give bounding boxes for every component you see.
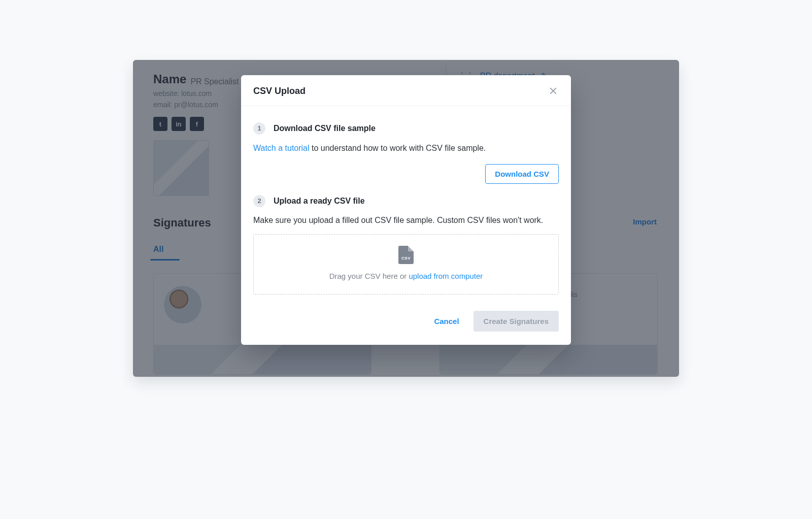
close-icon[interactable] xyxy=(548,85,559,96)
step-description: Make sure you upload a filled out CSV fi… xyxy=(253,214,559,227)
step-number-badge: 2 xyxy=(253,195,265,207)
step-description-text: to understand how to work with CSV file … xyxy=(310,144,486,152)
csv-badge-label: CSV xyxy=(398,255,414,262)
step-number-badge: 1 xyxy=(253,122,265,135)
drag-text: Drag your CSV here or xyxy=(329,272,409,280)
create-signatures-button[interactable]: Create Signatures xyxy=(473,311,559,332)
step-title: Upload a ready CSV file xyxy=(274,195,365,208)
step-2: 2 Upload a ready CSV file Make sure you … xyxy=(253,184,559,295)
step-title: Download CSV file sample xyxy=(274,122,376,135)
csv-file-icon: CSV xyxy=(398,246,414,264)
csv-upload-modal: CSV Upload 1 Download CSV file sample Wa… xyxy=(241,75,571,345)
modal-title: CSV Upload xyxy=(253,86,306,96)
step-1: 1 Download CSV file sample Watch a tutor… xyxy=(253,111,559,184)
upload-from-computer-link[interactable]: upload from computer xyxy=(409,272,483,280)
cancel-button[interactable]: Cancel xyxy=(431,312,462,331)
step-description: Watch a tutorial to understand how to wo… xyxy=(253,142,559,155)
app-window: Name PR Specialist at Lotus Ltd website:… xyxy=(133,60,679,377)
dropzone-text: Drag your CSV here or upload from comput… xyxy=(259,270,553,282)
watch-tutorial-link[interactable]: Watch a tutorial xyxy=(253,144,310,152)
csv-dropzone[interactable]: CSV Drag your CSV here or upload from co… xyxy=(253,234,559,295)
download-csv-button[interactable]: Download CSV xyxy=(485,164,559,184)
